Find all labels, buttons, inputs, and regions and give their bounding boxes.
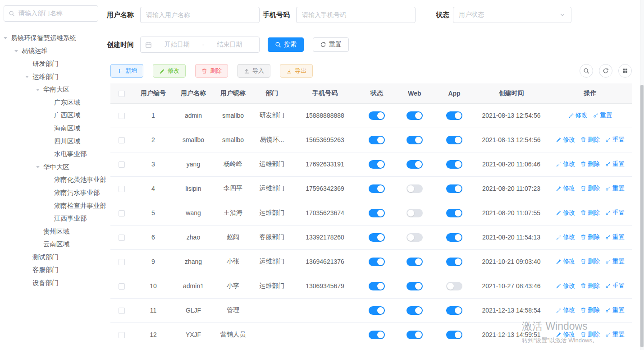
caret-down-icon[interactable] <box>25 74 32 80</box>
web-toggle[interactable] <box>406 258 423 266</box>
row-edit-link[interactable]: 修改 <box>556 160 575 168</box>
row-checkbox[interactable] <box>119 137 125 143</box>
app-toggle[interactable] <box>446 184 462 193</box>
search-button[interactable]: 搜索 <box>268 37 304 52</box>
tree-item[interactable]: 广东区域 <box>4 96 105 109</box>
status-toggle[interactable] <box>369 136 385 144</box>
web-toggle[interactable] <box>406 160 423 169</box>
status-toggle[interactable] <box>369 306 385 315</box>
row-delete-link[interactable]: 删除 <box>580 136 600 144</box>
row-delete-link[interactable]: 删除 <box>580 331 600 339</box>
web-toggle[interactable] <box>406 136 423 144</box>
row-checkbox[interactable] <box>119 210 125 216</box>
export-button[interactable]: 导出 <box>280 64 313 78</box>
row-edit-link[interactable]: 修改 <box>556 331 575 339</box>
tree-item[interactable]: 广西区域 <box>4 109 105 122</box>
tree-item[interactable]: 研发部门 <box>4 57 105 70</box>
row-reset-link[interactable]: 重置 <box>605 136 625 144</box>
row-checkbox[interactable] <box>119 113 125 119</box>
row-edit-link[interactable]: 修改 <box>556 306 575 314</box>
web-toggle[interactable] <box>406 233 423 242</box>
row-checkbox[interactable] <box>119 308 125 314</box>
row-checkbox[interactable] <box>119 235 125 241</box>
web-toggle[interactable] <box>406 306 423 315</box>
row-reset-link[interactable]: 重置 <box>605 331 625 339</box>
page-scrollbar[interactable] <box>640 0 644 350</box>
status-toggle[interactable] <box>369 160 385 169</box>
app-toggle[interactable] <box>446 136 462 144</box>
tree-item[interactable]: 贵州区域 <box>4 225 105 238</box>
status-toggle[interactable] <box>369 282 385 290</box>
tree-item[interactable]: 测试部门 <box>4 251 105 264</box>
status-select[interactable]: 用户状态 <box>453 7 571 23</box>
reset-button[interactable]: 重置 <box>313 37 349 52</box>
username-input[interactable] <box>140 7 260 23</box>
row-reset-link[interactable]: 重置 <box>605 282 625 290</box>
row-reset-link[interactable]: 重置 <box>605 160 625 168</box>
app-toggle[interactable] <box>446 209 462 217</box>
row-delete-link[interactable]: 删除 <box>580 282 600 290</box>
tree-item[interactable]: 华南大区 <box>4 83 105 96</box>
tree-item[interactable]: 设备部门 <box>4 276 105 290</box>
row-delete-link[interactable]: 删除 <box>580 306 600 314</box>
row-edit-link[interactable]: 修改 <box>556 233 575 241</box>
tree-item[interactable]: 海南区域 <box>4 122 105 135</box>
tree-item[interactable]: 云南区域 <box>4 238 105 251</box>
status-toggle[interactable] <box>369 258 385 266</box>
row-edit-link[interactable]: 修改 <box>556 184 575 193</box>
row-reset-link[interactable]: 重置 <box>605 233 625 241</box>
row-delete-link[interactable]: 删除 <box>580 258 600 266</box>
tree-item[interactable]: 四川区域 <box>4 135 105 148</box>
row-checkbox[interactable] <box>119 161 125 168</box>
tree-item[interactable]: 江西事业部 <box>4 212 105 225</box>
app-toggle[interactable] <box>446 282 462 290</box>
scrollbar-thumb[interactable] <box>640 85 644 347</box>
tree-item[interactable]: 运维部门 <box>4 70 105 83</box>
tree-item[interactable]: 易镜运维 <box>4 45 105 58</box>
row-delete-link[interactable]: 删除 <box>580 184 600 193</box>
refresh-table-button[interactable] <box>599 64 612 78</box>
tree-item[interactable]: 华中大区 <box>4 161 105 174</box>
date-range-picker[interactable]: 开始日期 - 结束日期 <box>140 37 260 53</box>
tree-item[interactable]: 湖南污水事业部 <box>4 186 105 199</box>
app-toggle[interactable] <box>446 258 462 266</box>
app-toggle[interactable] <box>446 160 462 169</box>
tree-item[interactable]: 湖南化粪池事业部 <box>4 174 105 187</box>
column-settings-button[interactable] <box>618 64 632 78</box>
tree-item[interactable]: 湖南检查井事业部 <box>4 199 105 212</box>
row-checkbox[interactable] <box>119 259 125 265</box>
web-toggle[interactable] <box>406 282 423 290</box>
toggle-search-button[interactable] <box>580 64 593 78</box>
tree-item[interactable]: 易镜环保智慧运维系统 <box>4 32 105 45</box>
row-edit-link[interactable]: 修改 <box>556 258 575 266</box>
status-toggle[interactable] <box>369 111 385 120</box>
caret-down-icon[interactable] <box>4 35 11 41</box>
status-toggle[interactable] <box>369 184 385 193</box>
status-toggle[interactable] <box>369 331 385 339</box>
import-button[interactable]: 导入 <box>238 64 270 78</box>
web-toggle[interactable] <box>406 111 423 120</box>
dept-search-input[interactable]: 请输入部门名称 <box>4 5 98 22</box>
add-button[interactable]: 新增 <box>110 64 143 78</box>
row-reset-link[interactable]: 重置 <box>593 111 612 120</box>
web-toggle[interactable] <box>406 209 423 217</box>
row-delete-link[interactable]: 删除 <box>580 233 600 241</box>
delete-button[interactable]: 删除 <box>195 64 228 78</box>
select-all-checkbox[interactable] <box>119 91 125 97</box>
row-reset-link[interactable]: 重置 <box>605 209 625 217</box>
app-toggle[interactable] <box>446 233 462 242</box>
phone-input[interactable] <box>296 7 416 23</box>
caret-down-icon[interactable] <box>14 48 22 54</box>
row-checkbox[interactable] <box>119 332 125 338</box>
web-toggle[interactable] <box>406 184 423 193</box>
row-edit-link[interactable]: 修改 <box>568 111 588 120</box>
status-toggle[interactable] <box>369 233 385 242</box>
status-toggle[interactable] <box>369 209 385 217</box>
app-toggle[interactable] <box>446 331 462 339</box>
row-delete-link[interactable]: 删除 <box>580 160 600 168</box>
row-checkbox[interactable] <box>119 283 125 290</box>
row-delete-link[interactable]: 删除 <box>580 209 600 217</box>
row-edit-link[interactable]: 修改 <box>556 136 575 144</box>
row-reset-link[interactable]: 重置 <box>605 258 625 266</box>
row-edit-link[interactable]: 修改 <box>556 209 575 217</box>
